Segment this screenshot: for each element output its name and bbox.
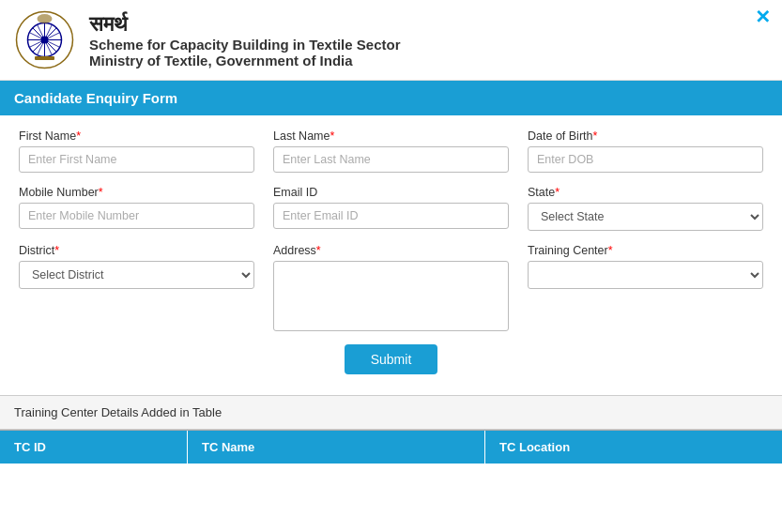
dob-label: Date of Birth* <box>528 129 763 143</box>
last-name-input[interactable] <box>273 146 509 173</box>
header: समर्थ Scheme for Capacity Building in Te… <box>0 0 782 81</box>
first-name-group: First Name* <box>19 129 254 173</box>
form-row-2: Mobile Number* Email ID State* Select St… <box>19 186 763 231</box>
district-select[interactable]: Select District <box>19 261 254 289</box>
address-group: Address* <box>273 244 509 331</box>
tc-details-text: Training Center Details Added in Table <box>14 405 222 419</box>
header-text: समर्थ Scheme for Capacity Building in Te… <box>89 12 400 68</box>
app-subtitle2: Ministry of Textile, Government of India <box>89 53 400 68</box>
email-label: Email ID <box>273 186 509 199</box>
form-section-header: Candidate Enquiry Form <box>0 81 782 115</box>
form-row-1: First Name* Last Name* Date of Birth* <box>19 129 763 173</box>
state-select[interactable]: Select State <box>528 203 763 231</box>
dob-input[interactable] <box>528 146 763 173</box>
col-tc-name: TC Name <box>188 431 485 464</box>
training-center-label: Training Center* <box>528 244 763 257</box>
form-area: First Name* Last Name* Date of Birth* Mo… <box>0 115 782 395</box>
address-label: Address* <box>273 244 509 257</box>
tc-details-bar: Training Center Details Added in Table <box>0 395 782 430</box>
form-row-3: District* Select District Address* Train… <box>19 244 763 331</box>
last-name-group: Last Name* <box>273 129 509 173</box>
state-group: State* Select State <box>528 186 763 231</box>
table-header: TC ID TC Name TC Location <box>0 430 782 464</box>
mobile-label: Mobile Number* <box>19 186 254 199</box>
app-title: समर्थ <box>89 12 400 37</box>
svg-point-12 <box>38 14 53 23</box>
mobile-group: Mobile Number* <box>19 186 254 231</box>
email-group: Email ID <box>273 186 509 231</box>
email-input[interactable] <box>273 203 509 229</box>
submit-button[interactable]: Submit <box>345 344 438 374</box>
svg-rect-11 <box>35 56 54 60</box>
address-input[interactable] <box>273 261 509 331</box>
last-name-label: Last Name* <box>273 129 509 143</box>
col-tc-id: TC ID <box>0 431 188 464</box>
submit-row: Submit <box>19 344 763 374</box>
first-name-input[interactable] <box>19 146 254 173</box>
training-center-group: Training Center* <box>528 244 763 331</box>
district-group: District* Select District <box>19 244 254 331</box>
training-center-select[interactable] <box>528 261 763 289</box>
mobile-input[interactable] <box>19 203 254 229</box>
state-label: State* <box>528 186 763 199</box>
app-subtitle1: Scheme for Capacity Building in Textile … <box>89 37 400 53</box>
district-label: District* <box>19 244 254 257</box>
close-button[interactable]: ✕ <box>755 8 771 26</box>
first-name-label: First Name* <box>19 129 254 143</box>
col-tc-location: TC Location <box>485 431 782 464</box>
form-section-title: Candidate Enquiry Form <box>14 90 177 106</box>
logo <box>14 9 75 70</box>
dob-group: Date of Birth* <box>528 129 763 173</box>
